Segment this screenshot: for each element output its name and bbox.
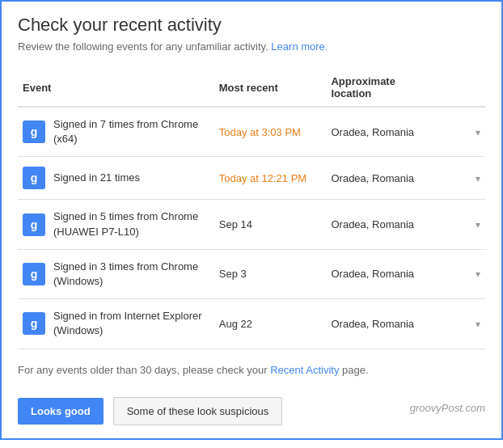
col-header-event: Event [18, 69, 214, 107]
event-cell-2: g Signed in 5 times from Chrome (HUAWEI … [18, 200, 214, 249]
table-row[interactable]: g Signed in 21 times Today at 12:21 PM O… [18, 157, 485, 200]
recent-cell-4: Aug 22 [214, 299, 327, 349]
table-row[interactable]: g Signed in 3 times from Chrome (Windows… [18, 249, 485, 298]
event-cell-4: g Signed in from Internet Explorer (Wind… [18, 299, 214, 349]
learn-more-link[interactable]: Learn more. [271, 40, 328, 53]
subtitle: Review the following events for any unfa… [18, 40, 485, 53]
col-header-recent: Most recent [214, 69, 327, 107]
location-cell-4: Oradea, Romania [326, 299, 457, 349]
main-container: Check your recent activity Review the fo… [0, 0, 503, 440]
google-icon-3: g [23, 263, 45, 285]
recent-text-4: Aug 22 [219, 318, 252, 330]
arrow-cell-0[interactable]: ▾ [457, 107, 485, 157]
location-cell-0: Oradea, Romania [326, 107, 457, 157]
recent-cell-2: Sep 14 [214, 200, 327, 249]
activity-table: Event Most recent Approximatelocation g … [18, 69, 485, 349]
recent-text-1: Today at 12:21 PM [219, 172, 306, 184]
looks-good-button[interactable]: Looks good [18, 398, 104, 425]
footer-actions: Looks good Some of these look suspicious [18, 397, 282, 425]
google-icon-1: g [23, 167, 45, 189]
footer-note: For any events older than 30 days, pleas… [18, 362, 485, 378]
event-text-3: Signed in 3 times from Chrome (Windows) [53, 260, 209, 289]
subtitle-text: Review the following events for any unfa… [18, 40, 268, 53]
footer-note-suffix: page. [339, 364, 368, 376]
suspicious-button[interactable]: Some of these look suspicious [113, 397, 283, 425]
recent-cell-1: Today at 12:21 PM [214, 157, 327, 200]
arrow-cell-1[interactable]: ▾ [457, 157, 485, 200]
event-text-2: Signed in 5 times from Chrome (HUAWEI P7… [53, 209, 209, 239]
page-title: Check your recent activity [18, 15, 485, 36]
location-text-0: Oradea, Romania [331, 126, 414, 138]
chevron-down-icon-1: ▾ [476, 173, 480, 184]
location-cell-3: Oradea, Romania [326, 249, 457, 298]
table-row[interactable]: g Signed in 7 times from Chrome (x64) To… [18, 107, 485, 157]
arrow-cell-2[interactable]: ▾ [457, 200, 485, 249]
event-text-0: Signed in 7 times from Chrome (x64) [53, 117, 209, 146]
location-cell-2: Oradea, Romania [326, 200, 457, 249]
chevron-down-icon-2: ▾ [476, 219, 480, 230]
col-header-arrow [457, 69, 485, 107]
recent-cell-0: Today at 3:03 PM [214, 107, 327, 157]
event-text-4: Signed in from Internet Explorer (Window… [53, 309, 209, 338]
recent-text-0: Today at 3:03 PM [219, 126, 301, 138]
location-text-1: Oradea, Romania [331, 172, 414, 184]
event-cell-3: g Signed in 3 times from Chrome (Windows… [18, 249, 214, 298]
table-row[interactable]: g Signed in from Internet Explorer (Wind… [18, 299, 485, 349]
location-cell-1: Oradea, Romania [326, 157, 457, 200]
event-cell-0: g Signed in 7 times from Chrome (x64) [18, 107, 214, 157]
recent-activity-link[interactable]: Recent Activity [270, 364, 339, 376]
footer-actions-row: Looks good Some of these look suspicious… [18, 391, 485, 425]
event-text-1: Signed in 21 times [53, 171, 140, 185]
chevron-down-icon-4: ▾ [476, 319, 480, 330]
location-text-4: Oradea, Romania [331, 318, 414, 330]
google-icon-2: g [23, 213, 45, 236]
table-row[interactable]: g Signed in 5 times from Chrome (HUAWEI … [18, 200, 485, 249]
arrow-cell-4[interactable]: ▾ [457, 299, 485, 349]
recent-cell-3: Sep 3 [214, 249, 327, 298]
watermark: groovyPost.com [410, 402, 485, 414]
location-text-2: Oradea, Romania [331, 218, 414, 230]
google-icon-4: g [23, 312, 45, 335]
location-text-3: Oradea, Romania [331, 268, 414, 280]
recent-text-3: Sep 3 [219, 268, 247, 280]
footer-note-prefix: For any events older than 30 days, pleas… [18, 364, 270, 376]
google-icon-0: g [23, 120, 45, 143]
chevron-down-icon-0: ▾ [476, 127, 480, 138]
recent-text-2: Sep 14 [219, 218, 252, 230]
event-cell-1: g Signed in 21 times [18, 157, 214, 200]
arrow-cell-3[interactable]: ▾ [457, 249, 485, 298]
chevron-down-icon-3: ▾ [476, 268, 480, 280]
col-header-location: Approximatelocation [326, 69, 457, 107]
